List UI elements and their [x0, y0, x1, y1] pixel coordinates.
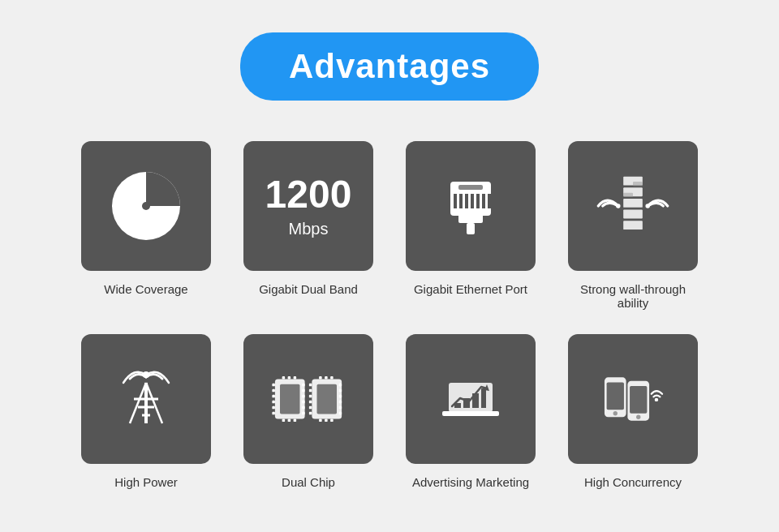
svg-rect-19 — [623, 193, 633, 197]
svg-rect-33 — [272, 395, 275, 398]
svg-rect-41 — [302, 406, 305, 410]
svg-rect-50 — [317, 384, 338, 414]
svg-rect-10 — [488, 194, 491, 208]
svg-point-20 — [616, 204, 620, 208]
svg-point-1 — [142, 202, 150, 210]
card-wide-coverage: Wide Coverage — [81, 141, 211, 310]
icon-gigabit-dual-band: 1200 Mbps — [243, 141, 373, 271]
svg-rect-52 — [309, 389, 312, 393]
svg-rect-7 — [471, 194, 474, 208]
svg-rect-3 — [458, 213, 483, 223]
svg-rect-58 — [339, 389, 342, 393]
svg-rect-54 — [309, 401, 312, 404]
svg-rect-35 — [272, 406, 275, 410]
card-advertising: Advertising Marketing — [406, 334, 536, 489]
icon-wide-coverage — [81, 141, 211, 271]
card-gigabit-ethernet: Gigabit Ethernet Port — [406, 141, 536, 310]
svg-rect-4 — [454, 194, 457, 208]
svg-rect-18 — [633, 182, 643, 186]
card-gigabit-dual-band: 1200 Mbps Gigabit Dual Band — [243, 141, 373, 310]
svg-rect-36 — [272, 412, 275, 415]
advantages-grid: Wide Coverage 1200 Mbps Gigabit Dual Ban… — [81, 141, 698, 489]
svg-rect-65 — [330, 376, 334, 380]
svg-rect-68 — [330, 419, 334, 423]
svg-point-28 — [143, 371, 149, 378]
svg-rect-42 — [302, 412, 305, 415]
svg-line-26 — [130, 383, 146, 423]
svg-rect-61 — [339, 406, 342, 410]
card-dual-chip: Dual Chip — [243, 334, 373, 489]
svg-rect-43 — [282, 376, 286, 380]
svg-rect-66 — [319, 419, 322, 423]
icon-dual-chip — [243, 334, 373, 464]
svg-rect-47 — [288, 419, 291, 423]
svg-rect-31 — [272, 384, 275, 387]
svg-point-81 — [636, 415, 640, 419]
svg-rect-55 — [309, 406, 312, 410]
svg-rect-34 — [272, 401, 275, 404]
label-advertising: Advertising Marketing — [412, 475, 529, 489]
svg-rect-40 — [302, 401, 305, 404]
svg-rect-57 — [339, 384, 342, 387]
svg-rect-74 — [481, 388, 486, 408]
svg-rect-48 — [294, 419, 297, 423]
svg-line-27 — [146, 383, 162, 423]
title-badge: Advantages — [240, 32, 539, 101]
svg-rect-39 — [302, 395, 305, 398]
svg-rect-67 — [325, 419, 328, 423]
svg-point-82 — [654, 398, 657, 401]
svg-rect-8 — [476, 194, 480, 208]
svg-point-78 — [613, 411, 617, 415]
svg-point-21 — [645, 204, 649, 208]
svg-rect-63 — [319, 376, 322, 380]
svg-rect-77 — [606, 383, 623, 410]
label-gigabit-ethernet: Gigabit Ethernet Port — [414, 282, 527, 296]
label-wall-through: Strong wall-through ability — [568, 282, 698, 310]
svg-rect-11 — [458, 185, 483, 190]
icon-advertising — [406, 334, 536, 464]
label-dual-chip: Dual Chip — [282, 475, 335, 489]
icon-wall-through — [568, 141, 698, 271]
svg-rect-64 — [325, 376, 328, 380]
svg-rect-62 — [339, 412, 342, 415]
label-high-power: High Power — [114, 475, 178, 489]
label-high-concurrency: High Concurrency — [584, 475, 682, 489]
svg-rect-32 — [272, 389, 275, 393]
svg-rect-60 — [339, 401, 342, 404]
card-high-concurrency: High Concurrency — [568, 334, 698, 489]
svg-rect-38 — [302, 389, 305, 393]
card-wall-through: Strong wall-through ability — [568, 141, 698, 310]
svg-rect-30 — [280, 384, 300, 414]
svg-rect-44 — [288, 376, 291, 380]
svg-rect-15 — [623, 199, 643, 208]
speed-unit: Mbps — [289, 220, 329, 238]
svg-rect-12 — [467, 223, 475, 234]
card-high-power: High Power — [81, 334, 211, 489]
icon-high-power — [81, 334, 211, 464]
svg-rect-5 — [459, 194, 463, 208]
svg-rect-46 — [282, 419, 286, 423]
svg-rect-51 — [309, 384, 312, 387]
label-wide-coverage: Wide Coverage — [104, 282, 187, 296]
svg-rect-56 — [309, 412, 312, 415]
svg-rect-9 — [482, 194, 485, 208]
svg-rect-16 — [623, 210, 643, 219]
label-gigabit-dual-band: Gigabit Dual Band — [259, 282, 358, 296]
svg-rect-17 — [623, 221, 643, 230]
icon-high-concurrency — [568, 334, 698, 464]
speed-number: 1200 — [265, 174, 352, 217]
svg-rect-59 — [339, 395, 342, 398]
icon-gigabit-ethernet — [406, 141, 536, 271]
svg-rect-37 — [302, 384, 305, 387]
svg-rect-45 — [294, 376, 297, 380]
page-title: Advantages — [289, 47, 490, 86]
svg-rect-6 — [465, 194, 468, 208]
svg-rect-53 — [309, 395, 312, 398]
svg-rect-80 — [630, 386, 647, 414]
